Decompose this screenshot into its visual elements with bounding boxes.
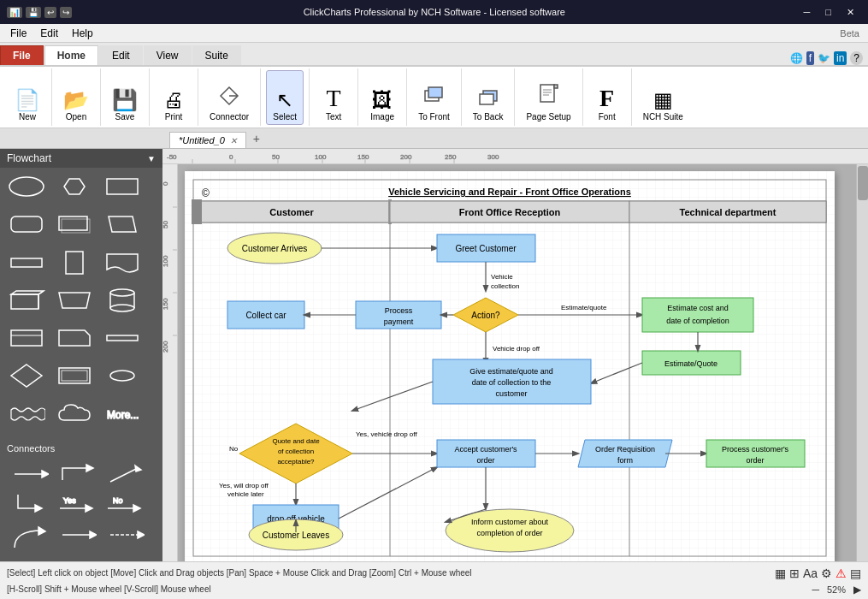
canvas-scroll[interactable]: © Vehicle Servicing and Repair - Front O… [178, 164, 856, 561]
connector-arrow-down[interactable] [7, 491, 53, 522]
svg-text:Vehicle Servicing and Repair -: Vehicle Servicing and Repair - Front Off… [388, 187, 631, 197]
social-web-icon[interactable]: 🌐 [790, 52, 803, 64]
select-icon: ↖ [276, 90, 293, 110]
shape-oval[interactable] [3, 171, 50, 202]
shape-diamond[interactable] [3, 360, 50, 391]
svg-marker-40 [86, 465, 93, 471]
nchsuite-button[interactable]: ▦ NCH Suite [637, 70, 689, 125]
shape-hexagon[interactable] [51, 171, 97, 202]
tofront-button[interactable]: To Front [412, 70, 456, 125]
shape-rect-cut[interactable] [51, 323, 97, 353]
grid-icon[interactable]: ▦ [775, 566, 786, 580]
tab-view[interactable]: View [144, 45, 192, 65]
doc-tab-close[interactable]: ✕ [230, 136, 237, 145]
settings-icon[interactable]: ⚙ [821, 566, 832, 580]
shape-rect[interactable] [99, 171, 145, 202]
shape-rounded-rect[interactable] [3, 209, 50, 240]
svg-text:250: 250 [445, 153, 457, 161]
tab-suite[interactable]: Suite [192, 45, 241, 65]
svg-text:Inform customer about: Inform customer about [471, 518, 549, 526]
connector-arrow-right-3[interactable] [103, 524, 149, 555]
svg-rect-19 [66, 252, 83, 274]
right-scrollbar[interactable] [856, 164, 868, 561]
connector-arrow-elbow[interactable] [55, 459, 101, 489]
toback-button[interactable]: To Back [467, 70, 510, 125]
connector-button[interactable]: Connector [204, 70, 255, 125]
doc-tab-untitled[interactable]: *Untitled_0 ✕ [169, 132, 246, 148]
tab-home[interactable]: Home [44, 45, 98, 65]
tab-edit[interactable]: Edit [99, 45, 143, 65]
help-icon[interactable]: ? [850, 51, 863, 65]
shape-rect-inset[interactable] [51, 360, 97, 391]
save-label: Save [115, 112, 135, 122]
snap-icon[interactable]: ⊞ [789, 566, 800, 580]
text-button[interactable]: T Text [315, 70, 352, 125]
shape-wavy[interactable] [3, 399, 50, 430]
social-linkedin-icon[interactable]: in [834, 51, 847, 65]
shape-3d-rect[interactable] [3, 285, 50, 316]
shape-small-oval[interactable] [99, 360, 145, 391]
canvas-content: 0 50 100 150 200 [162, 164, 868, 561]
sidebar-header[interactable]: Flowchart ▼ [0, 149, 162, 168]
social-twitter-icon[interactable]: 🐦 [818, 52, 830, 64]
connector-arrow-right-2[interactable] [55, 524, 101, 555]
connector-label-yes[interactable]: Yes [55, 491, 101, 522]
shape-shadow-rect[interactable] [51, 209, 97, 240]
view-icon[interactable]: ▤ [850, 566, 861, 580]
font-button[interactable]: F Font [588, 70, 626, 125]
connector-curve[interactable] [7, 524, 53, 555]
new-button[interactable]: 📄 New [9, 70, 46, 125]
svg-rect-20 [11, 294, 38, 309]
shape-parallelogram[interactable] [99, 209, 145, 240]
svg-rect-13 [107, 179, 138, 194]
tab-file[interactable]: File [0, 45, 44, 65]
shape-rect-thin[interactable] [99, 323, 145, 353]
open-button[interactable]: 📂 Open [57, 70, 95, 125]
connector-arrow-diagonal[interactable] [103, 459, 149, 489]
svg-text:No: No [229, 445, 239, 453]
sidebar-dropdown-arrow[interactable]: ▼ [147, 154, 156, 163]
undo-btn-title[interactable]: ↩ [44, 7, 56, 18]
alert-icon[interactable]: ⚠ [836, 566, 847, 580]
zoom-out-btn[interactable]: ─ [812, 584, 819, 596]
shape-rect-2[interactable] [3, 323, 50, 353]
print-button[interactable]: 🖨 Print [155, 70, 192, 125]
shapes-grid: More... [0, 168, 162, 438]
connector-arrow-right[interactable] [7, 459, 53, 489]
doc-tab-label: *Untitled_0 [179, 135, 225, 145]
svg-rect-32 [107, 335, 138, 341]
save-button[interactable]: 💾 Save [106, 70, 144, 125]
shape-tall-rect[interactable] [51, 247, 97, 278]
menu-edit[interactable]: Edit [33, 26, 65, 41]
close-btn[interactable]: ✕ [840, 5, 861, 20]
shape-cloud[interactable] [51, 399, 97, 430]
connector-group: Connector [198, 68, 261, 126]
svg-text:Estimate cost and: Estimate cost and [667, 304, 729, 312]
maximize-btn[interactable]: □ [818, 5, 838, 20]
text-icon: T [327, 86, 341, 110]
svg-text:Yes, vehicle drop off: Yes, vehicle drop off [356, 430, 417, 438]
select-button[interactable]: ↖ Select [266, 70, 304, 125]
zoom-slider[interactable]: ▶ [853, 584, 861, 596]
image-button[interactable]: 🖼 Image [363, 70, 401, 125]
shape-trapezoid[interactable] [51, 285, 97, 316]
social-fb-icon[interactable]: f [806, 51, 814, 65]
redo-btn-title[interactable]: ↪ [60, 7, 72, 18]
open-label: Open [66, 112, 86, 122]
save-icon-title[interactable]: 💾 [26, 7, 41, 18]
pagesetup-button[interactable]: Page Setup [520, 70, 576, 125]
shape-cylinder[interactable] [99, 285, 145, 316]
shape-document[interactable] [99, 247, 145, 278]
minimize-btn[interactable]: ─ [797, 5, 818, 20]
shape-small-rect[interactable] [3, 247, 50, 278]
shape-more[interactable]: More... [99, 399, 145, 430]
status-hint-1: [Select] Left click on object [Move] Cli… [7, 568, 771, 578]
connector-label-no[interactable]: No [103, 491, 149, 522]
svg-marker-33 [11, 365, 42, 387]
svg-text:Yes: Yes [63, 496, 76, 505]
text-size-icon[interactable]: Aa [803, 566, 818, 580]
menu-file[interactable]: File [3, 26, 33, 41]
svg-text:Yes, will drop off: Yes, will drop off [219, 482, 269, 489]
doc-tab-add[interactable]: + [246, 129, 267, 148]
menu-help[interactable]: Help [65, 26, 100, 41]
